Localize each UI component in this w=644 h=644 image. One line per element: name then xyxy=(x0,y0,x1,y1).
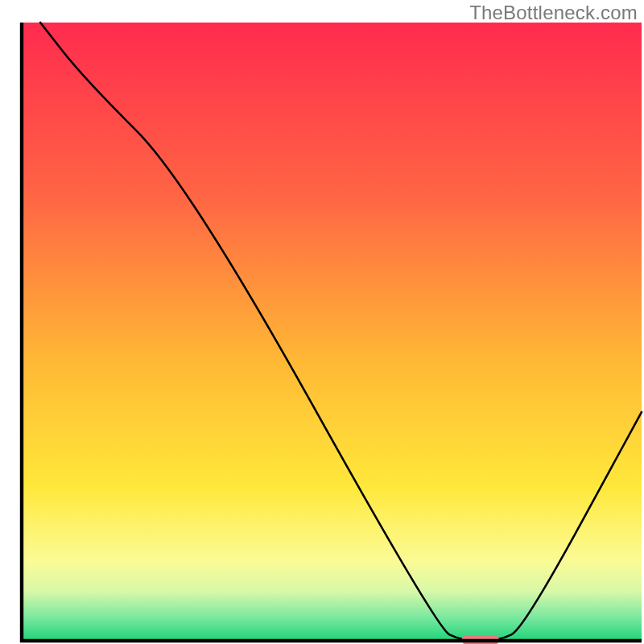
bottleneck-chart: TheBottleneck.com xyxy=(0,0,644,644)
chart-svg xyxy=(0,0,644,644)
plot-background xyxy=(22,23,642,641)
watermark-text: TheBottleneck.com xyxy=(469,2,638,24)
